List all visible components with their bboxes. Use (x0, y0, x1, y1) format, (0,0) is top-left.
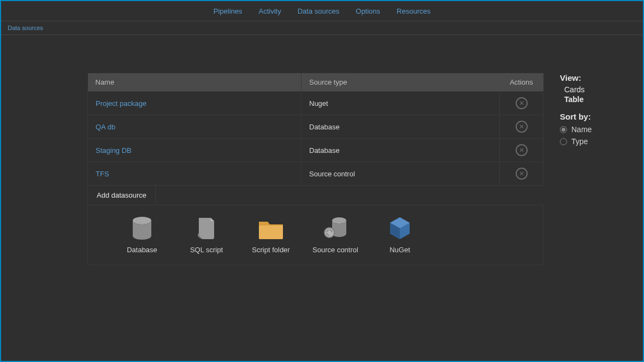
nuget-icon (368, 214, 432, 240)
add-datasource-panel: Database SQL script (87, 205, 543, 265)
sql-script-icon (174, 214, 239, 240)
nav-options[interactable]: Options (356, 7, 380, 15)
delete-icon[interactable]: ✕ (516, 121, 528, 133)
col-actions: Actions (500, 73, 543, 92)
table-row: Staging DB Database ✕ (88, 139, 543, 162)
row-type: Source control (302, 162, 500, 186)
add-option-script-folder[interactable]: Script folder (239, 214, 303, 254)
svg-point-0 (133, 217, 151, 224)
add-option-source-control[interactable]: Source control (303, 214, 368, 254)
database-icon (110, 214, 174, 240)
datasources-table: Name Source type Actions Project package… (87, 73, 543, 186)
col-source-type: Source type (302, 73, 500, 92)
row-type: Database (302, 115, 500, 139)
add-option-label: NuGet (368, 246, 432, 254)
sort-option-name[interactable]: Name (560, 123, 636, 135)
nav-activity[interactable]: Activity (259, 7, 281, 15)
sidebar: View: Cards Table Sort by: Name Type (560, 73, 636, 147)
nav-datasources[interactable]: Data sources (298, 7, 340, 15)
add-option-database[interactable]: Database (110, 214, 174, 254)
radio-icon (560, 138, 567, 145)
table-row: TFS Source control ✕ (88, 162, 543, 186)
delete-icon[interactable]: ✕ (516, 144, 528, 156)
view-option-table[interactable]: Table (560, 94, 636, 104)
nav-pipelines[interactable]: Pipelines (214, 7, 243, 15)
row-name-link[interactable]: Staging DB (96, 146, 132, 155)
view-option-cards[interactable]: Cards (560, 85, 636, 94)
top-nav: Pipelines Activity Data sources Options … (1, 1, 643, 21)
radio-icon (560, 126, 567, 133)
row-type: Nuget (302, 92, 500, 115)
source-control-icon (303, 214, 368, 240)
table-row: Project package Nuget ✕ (88, 92, 543, 115)
row-name-link[interactable]: QA db (96, 123, 115, 131)
add-option-label: Database (110, 246, 174, 254)
add-option-sql-script[interactable]: SQL script (174, 214, 239, 254)
breadcrumb: Data sources (1, 21, 643, 35)
nav-resources[interactable]: Resources (397, 7, 430, 15)
row-name-link[interactable]: Project package (96, 99, 146, 108)
table-row: QA db Database ✕ (88, 115, 543, 139)
add-option-label: Script folder (239, 246, 303, 254)
tab-add-datasource[interactable]: Add datasource (87, 186, 156, 205)
folder-icon (239, 214, 303, 240)
sort-option-type[interactable]: Type (560, 135, 636, 147)
svg-point-1 (332, 217, 346, 224)
add-option-label: SQL script (174, 246, 239, 254)
delete-icon[interactable]: ✕ (516, 168, 528, 180)
sort-option-label: Type (571, 137, 588, 146)
row-type: Database (302, 139, 500, 162)
view-label: View: (560, 73, 636, 82)
add-option-label: Source control (303, 246, 368, 254)
col-name: Name (88, 73, 302, 92)
sort-label: Sort by: (560, 112, 636, 121)
delete-icon[interactable]: ✕ (516, 97, 528, 109)
sort-option-label: Name (571, 125, 592, 134)
row-name-link[interactable]: TFS (96, 170, 109, 178)
add-option-nuget[interactable]: NuGet (368, 214, 432, 254)
breadcrumb-datasources[interactable]: Data sources (8, 25, 43, 31)
